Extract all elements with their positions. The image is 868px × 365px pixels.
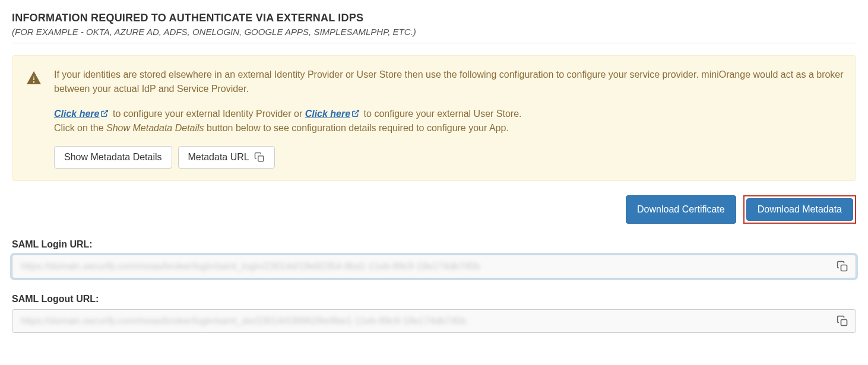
download-metadata-highlight: Download Metadata (743, 195, 856, 224)
alert-text-1: If your identities are stored elsewhere … (54, 68, 844, 96)
alert-line3-italic: Show Metadata Details (106, 123, 204, 133)
header-title: INFORMATION REQUIRED TO AUTHENTICATE VIA… (12, 12, 856, 24)
alert-between-text: to configure your external Identity Prov… (110, 109, 305, 119)
svg-line-1 (355, 110, 359, 114)
show-metadata-details-button[interactable]: Show Metadata Details (54, 146, 172, 169)
saml-logout-url-label: SAML Logout URL: (12, 294, 856, 304)
saml-login-url-label: SAML Login URL: (12, 239, 856, 250)
saml-login-url-field[interactable]: https://domain.securify.com/moas/broker/… (12, 255, 856, 278)
alert-line3-post: button below to see configuration detail… (204, 123, 509, 133)
copy-icon[interactable] (837, 315, 848, 327)
external-link-icon (351, 109, 360, 119)
divider (12, 43, 856, 43)
metadata-url-label: Metadata URL (188, 152, 249, 163)
svg-rect-3 (841, 265, 847, 271)
alert-buttons: Show Metadata Details Metadata URL (54, 146, 844, 169)
metadata-url-button[interactable]: Metadata URL (178, 146, 275, 169)
download-row: Download Certificate Download Metadata (12, 195, 856, 224)
copy-icon (254, 152, 265, 163)
saml-login-url-value: https://domain.securify.com/moas/broker/… (21, 261, 828, 272)
warning-icon (27, 68, 41, 169)
external-link-icon (100, 109, 109, 119)
saml-logout-url-field[interactable]: https://domain.securify.com/moas/broker/… (12, 309, 856, 333)
svg-rect-4 (841, 320, 847, 326)
configure-userstore-link[interactable]: Click here (305, 109, 361, 119)
alert-text-2: Click here to configure your external Id… (54, 107, 844, 135)
info-alert: If your identities are stored elsewhere … (12, 55, 856, 181)
header-subtitle: (FOR EXAMPLE - OKTA, AZURE AD, ADFS, ONE… (12, 27, 856, 37)
download-metadata-button[interactable]: Download Metadata (746, 198, 853, 221)
svg-line-0 (104, 110, 107, 114)
configure-idp-link[interactable]: Click here (54, 109, 110, 119)
svg-rect-2 (258, 156, 263, 161)
configure-idp-link-text: Click here (54, 109, 99, 119)
alert-line3-pre: Click on the (54, 123, 106, 133)
saml-logout-url-value: https://domain.securify.com/moas/broker/… (21, 316, 828, 326)
copy-icon[interactable] (837, 261, 848, 272)
alert-after-text: to configure your external User Store. (361, 109, 521, 119)
download-certificate-button[interactable]: Download Certificate (626, 195, 736, 224)
alert-content: If your identities are stored elsewhere … (54, 68, 844, 169)
configure-userstore-link-text: Click here (305, 109, 350, 119)
